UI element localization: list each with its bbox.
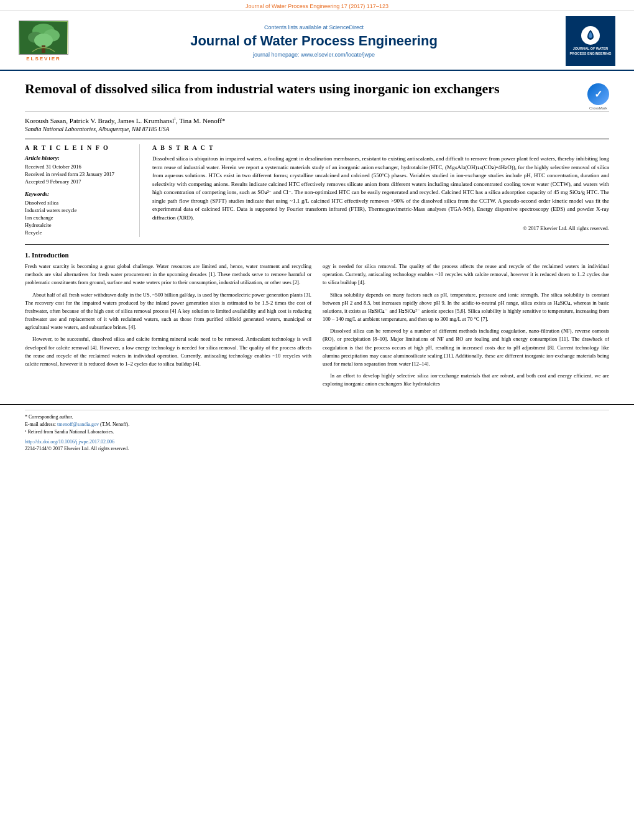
journal-homepage: journal homepage: www.elsevier.com/locat… [87,52,541,58]
email-person: (T.M. Nenoff). [100,422,129,427]
badge-text: JOURNAL OF WATER PROCESS ENGINEERING [569,47,612,55]
keywords-label: Keywords: [25,191,132,197]
page: Journal of Water Process Engineering 17 … [0,0,634,840]
keyword-1: Dissolved silica [25,200,132,206]
crossmark-icon: ✓ [587,83,609,105]
homepage-label: journal homepage: [253,52,300,58]
body-col-left: Fresh water scarcity is becoming a great… [25,262,311,392]
retired-note: ¹ Retired from Sandia National Laborator… [25,429,114,435]
body-para-7: In an effort to develop highly selective… [323,372,609,388]
abstract-copyright: © 2017 Elsevier Ltd. All rights reserved… [152,225,609,231]
email-label: E-mail address: [25,422,56,427]
keyword-5: Recycle [25,229,132,236]
science-direct-link[interactable]: ScienceDirect [329,24,364,30]
doi-line: http://dx.doi.org/10.1016/j.jwpe.2017.02… [25,439,609,445]
accepted-date: Accepted 9 February 2017 [25,178,132,185]
body-columns: Fresh water scarcity is becoming a great… [25,262,609,392]
homepage-url[interactable]: www.elsevier.com/locate/jwpe [301,52,375,58]
keyword-3: Ion exchange [25,215,132,221]
body-para-3: However, to be successful, dissolved sil… [25,335,311,368]
copyright-footer: 2214-7144/© 2017 Elsevier Ltd. All right… [25,446,609,451]
authors-line: Koroush Sasan, Patrick V. Brady, James L… [25,117,609,124]
elsevier-image [19,21,68,55]
revised-date: Received in revised form 23 January 2017 [25,171,132,177]
body-para-6: Dissolved silica can be removed by a num… [323,327,609,368]
author-names: Koroush Sasan, Patrick V. Brady, James L… [25,117,174,124]
header-left: ELSEVIER [12,21,75,62]
crossmark-label: CrossMark [587,106,609,110]
abstract-col: A B S T R A C T Dissolved silica is ubiq… [152,144,609,237]
corresponding-note: * Corresponding author. [25,414,73,420]
article-info-heading: A R T I C L E I N F O [25,144,132,151]
email-link[interactable]: tmenoff@sandia.gov [57,422,99,427]
elsevier-logo: ELSEVIER [12,21,75,62]
badge-icon [581,26,600,45]
footnote: * Corresponding author. E-mail address: … [25,413,609,436]
elsevier-wordmark: ELSEVIER [26,56,61,62]
contents-text: Contents lists available at [264,24,328,30]
header-center: Contents lists available at ScienceDirec… [75,24,553,58]
author-last: , Tina M. Nenoff* [176,117,226,124]
contents-line: Contents lists available at ScienceDirec… [87,24,541,30]
journal-citation-link[interactable]: Journal of Water Process Engineering 17 … [246,3,388,9]
body-para-4: ogy is needed for silica removal. The qu… [323,262,609,287]
water-drop-icon [584,29,597,42]
elsevier-tree-svg [20,22,67,54]
footer-divider [25,410,609,410]
body-col-right: ogy is needed for silica removal. The qu… [323,262,609,392]
svg-rect-5 [42,45,45,53]
keyword-2: Industrial waters recycle [25,207,132,213]
abstract-text: Dissolved silica is ubiquitous in impair… [152,155,609,222]
body-para-2: About half of all fresh water withdrawn … [25,291,311,332]
header: ELSEVIER Contents lists available at Sci… [0,11,634,71]
body-para-1: Fresh water scarcity is becoming a great… [25,262,311,287]
article-info-abstract: A R T I C L E I N F O Article history: R… [25,139,609,237]
article-title-section: Removal of dissolved silica from industr… [25,80,609,112]
received-date: Received 31 October 2016 [25,164,132,170]
journal-title: Journal of Water Process Engineering [87,33,541,49]
crossmark-badge[interactable]: ✓ CrossMark [587,83,609,105]
top-bar: Journal of Water Process Engineering 17 … [0,0,634,11]
article-title: Removal of dissolved silica from industr… [25,80,587,98]
footer: * Corresponding author. E-mail address: … [0,404,634,455]
section-1-title: 1. Introduction [25,251,609,259]
abstract-paragraph: Dissolved silica is ubiquitous in impair… [152,155,609,222]
journal-badge: JOURNAL OF WATER PROCESS ENGINEERING [566,16,615,66]
article-history-label: Article history: [25,155,132,161]
keyword-4: Hydrotalcite [25,222,132,228]
main-content: Removal of dissolved silica from industr… [0,71,634,404]
article-info-col: A R T I C L E I N F O Article history: R… [25,144,140,237]
doi-link[interactable]: http://dx.doi.org/10.1016/j.jwpe.2017.02… [25,439,114,445]
header-right: JOURNAL OF WATER PROCESS ENGINEERING [553,16,615,66]
affiliation: Sandia National Laboratories, Albuquerqu… [25,126,609,132]
body-text-left: Fresh water scarcity is becoming a great… [25,262,311,368]
section-divider [25,244,609,245]
abstract-heading: A B S T R A C T [152,144,609,151]
body-text-right: ogy is needed for silica removal. The qu… [323,262,609,388]
svg-point-4 [34,34,53,47]
body-para-5: Silica solubility depends on many factor… [323,291,609,324]
